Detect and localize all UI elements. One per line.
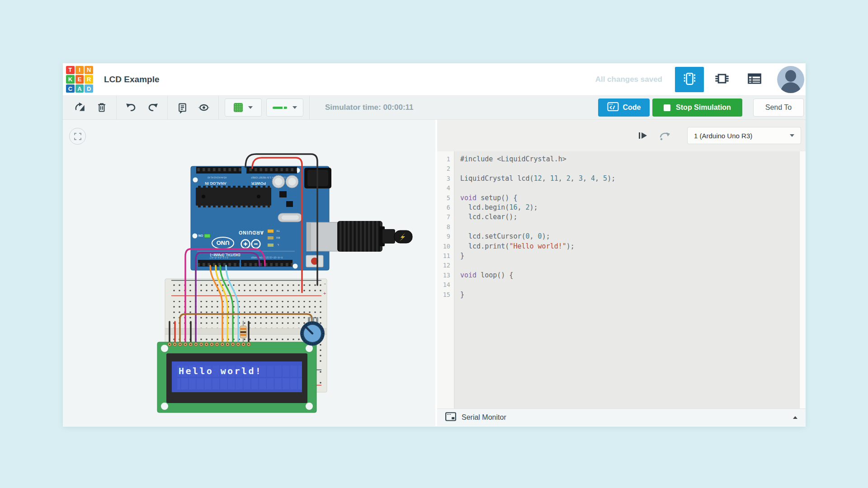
code-panel-header: 1 (Arduino Uno R3) <box>437 120 806 151</box>
code-line: 3LiquidCrystal lcd(12, 11, 2, 3, 4, 5); <box>437 174 799 183</box>
small-chip <box>279 191 287 197</box>
delete-button[interactable] <box>96 102 108 113</box>
logo-tile: T <box>66 66 75 75</box>
code-editor[interactable]: 1#include <LiquidCrystal.h>2 3LiquidCrys… <box>437 151 806 408</box>
code-line: 8 <box>437 222 799 232</box>
digital-pin-labels-right: 8 ~9 ~10 ~11 12 13 GND AREF <box>251 256 283 259</box>
toolbar-divider <box>218 96 219 120</box>
editor-scrollbar[interactable] <box>799 151 806 408</box>
rail-minus-label: - <box>324 281 326 286</box>
wire-swatch-green <box>273 107 287 109</box>
code-panel: 1 (Arduino Uno R3) 1#include <LiquidCrys… <box>437 120 806 426</box>
toolbar-divider <box>116 96 117 120</box>
rotate-button[interactable] <box>74 102 86 113</box>
toolbar-divider <box>167 96 168 120</box>
rotate-component-button[interactable] <box>659 131 671 141</box>
tx-label: TX <box>276 230 280 232</box>
logo-tile: C <box>66 84 75 93</box>
logo-tile: K <box>66 75 75 84</box>
save-status: All changes saved <box>595 75 662 84</box>
logo-tile: E <box>75 75 84 84</box>
atmega-chip <box>196 187 271 206</box>
undo-button[interactable] <box>125 102 137 113</box>
simulator-time: Simulator time: 00:00:11 <box>325 103 414 112</box>
code-line: 4 <box>437 183 799 193</box>
rx-label: RX <box>276 236 280 239</box>
rx-led <box>268 236 274 239</box>
chip-icon <box>714 70 730 89</box>
code-line: 2 <box>437 164 799 174</box>
logo-tile: A <box>75 84 84 93</box>
tinkercad-window: TINKERCAD LCD Example All changes saved <box>63 63 806 427</box>
visibility-button[interactable] <box>198 102 210 113</box>
lcd-display[interactable]: Hello world! <box>157 342 316 413</box>
code-button[interactable]: Code <box>598 99 650 117</box>
stop-button-label: Stop Simulation <box>676 103 731 112</box>
usb-port <box>307 222 340 251</box>
chevron-down-icon <box>790 134 794 137</box>
analog-in-label: ANALOG IN <box>205 181 226 186</box>
serial-monitor-bar[interactable]: Serial Monitor <box>437 408 806 426</box>
l-led <box>268 244 274 247</box>
stop-simulation-button[interactable]: Stop Simulation <box>652 99 742 117</box>
lcd-text: Hello world! <box>179 366 262 376</box>
serial-monitor-label: Serial Monitor <box>462 413 506 422</box>
board-selector-dropdown[interactable]: 1 (Arduino Uno R3) <box>687 127 801 144</box>
code-line: 11} <box>437 251 799 261</box>
tx-led <box>268 230 274 233</box>
chevron-down-icon <box>292 106 297 109</box>
code-line: 12 <box>437 261 799 270</box>
code-line: 10 lcd.print("Hello world!"); <box>437 242 799 251</box>
toolbar-divider <box>309 96 310 120</box>
code-line: 9 lcd.setCursor(0, 0); <box>437 232 799 241</box>
analog-pin-labels: A5 A4 A3 A2 A1 A0 <box>208 176 226 179</box>
on-label: ON <box>198 234 203 237</box>
redo-button[interactable] <box>147 102 159 113</box>
code-line: 13void loop() { <box>437 271 799 280</box>
circuit-drawing: - + <box>63 120 435 426</box>
wire-style-dropdown[interactable] <box>266 99 303 117</box>
breadboard-view-button[interactable] <box>675 67 704 92</box>
code-lines: 1#include <LiquidCrystal.h>2 3LiquidCrys… <box>437 155 799 300</box>
code-button-label: Code <box>623 103 641 112</box>
stop-icon <box>664 104 670 111</box>
breadboard-icon <box>682 71 697 88</box>
component-color-dropdown[interactable] <box>225 99 262 117</box>
code-icon <box>607 101 619 114</box>
arduino-label: ARDUINO <box>238 230 264 235</box>
user-avatar[interactable] <box>777 66 804 93</box>
code-line: 1#include <LiquidCrystal.h> <box>437 155 799 164</box>
crystal-oscillator <box>278 213 302 222</box>
code-line: 7 lcd.clear(); <box>437 212 799 222</box>
annotation-button[interactable] <box>176 102 188 113</box>
serial-monitor-icon <box>445 412 456 423</box>
collapse-icon[interactable] <box>793 416 797 419</box>
page-title: LCD Example <box>104 75 159 84</box>
logo-tile: N <box>85 66 93 75</box>
code-line: 15} <box>437 290 799 300</box>
component-list-view-button[interactable] <box>740 67 769 92</box>
tinkercad-logo[interactable]: TINKERCAD <box>66 66 93 93</box>
header: TINKERCAD LCD Example All changes saved <box>63 63 806 96</box>
rail-plus-label: + <box>323 291 326 296</box>
board-selector-value: 1 (Arduino Uno R3) <box>694 132 752 140</box>
circuit-canvas[interactable]: - + <box>63 120 435 426</box>
reset-button[interactable] <box>306 255 323 267</box>
schematic-view-button[interactable] <box>708 67 736 92</box>
logo-tile: R <box>85 75 93 84</box>
chevron-down-icon <box>248 106 253 109</box>
logo-tile: D <box>85 84 93 93</box>
send-to-button[interactable]: Send To <box>753 99 804 117</box>
code-line: 14 <box>437 280 799 290</box>
uno-label: UNO <box>217 239 230 246</box>
send-to-label: Send To <box>765 103 792 112</box>
code-line: 5void setup() { <box>437 193 799 203</box>
usb-cable[interactable] <box>337 221 412 252</box>
power-led <box>204 234 210 238</box>
small-chip <box>286 201 293 207</box>
code-line: 6 lcd.begin(16, 2); <box>437 203 799 212</box>
power-label: POWER <box>251 181 266 186</box>
logo-tile: I <box>75 66 84 75</box>
debug-step-button[interactable] <box>638 131 648 140</box>
zoom-to-fit-button[interactable] <box>69 128 86 145</box>
